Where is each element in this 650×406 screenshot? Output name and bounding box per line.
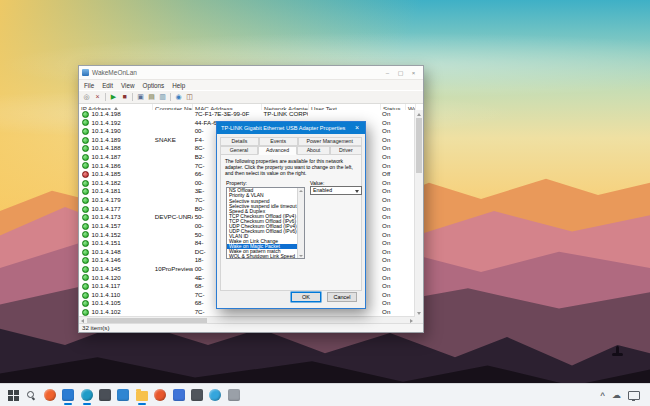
ip-cell: 10.1.4.182 [79, 179, 153, 188]
menu-view[interactable]: View [117, 82, 139, 89]
adapter-properties-dialog: TP-LINK Gigabit Ethernet USB Adapter Pro… [216, 121, 366, 309]
dialog-close-icon[interactable]: × [349, 122, 365, 134]
edge-icon[interactable] [81, 389, 93, 401]
wake-up-button[interactable]: ◎ [81, 92, 92, 102]
status-cell: On [380, 265, 405, 274]
device-status-icon [82, 180, 89, 187]
vertical-scrollbar[interactable] [414, 110, 423, 317]
device-status-icon [82, 257, 89, 264]
start-button[interactable] [7, 389, 19, 401]
status-cell: On [380, 127, 405, 136]
ip-cell: 10.1.4.145 [79, 265, 153, 274]
chat-app-icon[interactable] [99, 389, 111, 401]
camera-app-icon[interactable] [191, 389, 203, 401]
menu-bar: FileEditViewOptionsHelp [79, 80, 423, 90]
computer-name-cell [153, 291, 193, 300]
exit-button[interactable]: ◫ [184, 92, 195, 102]
listbox-scroll-down-icon[interactable] [299, 255, 303, 257]
tab-driver[interactable]: Driver [330, 146, 362, 155]
close-button[interactable]: × [407, 67, 420, 79]
menu-edit[interactable]: Edit [98, 82, 117, 89]
stop-scan-button[interactable]: ■ [119, 92, 130, 102]
dialog-title: TP-LINK Gigabit Ethernet USB Adapter Pro… [221, 125, 345, 131]
properties-button[interactable]: ▥ [157, 92, 168, 102]
tab-strip: DetailsEventsPower Management GeneralAdv… [220, 137, 362, 155]
computer-name-cell [153, 170, 193, 179]
search-icon [27, 391, 34, 398]
computer-name-cell [153, 282, 193, 291]
firefox-icon[interactable] [44, 389, 56, 401]
save-button[interactable]: ▣ [135, 92, 146, 102]
paint3d-icon[interactable] [228, 389, 240, 401]
menu-options[interactable]: Options [139, 82, 169, 89]
device-row[interactable]: 10.1.4.1987C-F1-7E-3E-99-0FTP-LINK CORPO… [79, 110, 415, 119]
status-cell: On [380, 282, 405, 291]
tab-general[interactable]: General [220, 146, 258, 155]
copy-button[interactable]: ▤ [146, 92, 157, 102]
status-cell: On [380, 213, 405, 222]
vertical-scroll-thumb[interactable] [416, 118, 422, 173]
vscode-icon[interactable] [117, 389, 129, 401]
photos-app-icon[interactable] [173, 389, 185, 401]
ip-cell: 10.1.4.110 [79, 291, 153, 300]
tab-power-management[interactable]: Power Management [298, 137, 362, 146]
device-status-icon [82, 119, 89, 126]
device-status-icon [82, 128, 89, 135]
status-cell: On [380, 291, 405, 300]
ip-cell: 10.1.4.157 [79, 222, 153, 231]
tab-events[interactable]: Events [259, 137, 298, 146]
scroll-up-arrow-icon[interactable] [417, 113, 421, 116]
options-button[interactable]: ◉ [173, 92, 184, 102]
computer-name-cell [153, 179, 193, 188]
tab-details[interactable]: Details [220, 137, 259, 146]
ip-cell: 10.1.4.148 [79, 248, 153, 257]
status-cell: On [380, 196, 405, 205]
property-listbox: NS OffloadPriority & VLANSelective suspe… [226, 187, 305, 259]
file-explorer-icon[interactable] [136, 391, 148, 401]
search-button[interactable] [26, 389, 38, 401]
device-status-icon [82, 309, 89, 316]
status-cell: Off [380, 170, 405, 179]
onedrive-cloud-icon[interactable]: ☁ [612, 390, 621, 400]
computer-name-cell [153, 239, 193, 248]
maximize-button[interactable]: ▢ [394, 67, 407, 79]
start-scan-button[interactable]: ▶ [108, 92, 119, 102]
computer-name-cell: DEVPC-UNRAID [153, 213, 193, 222]
value-dropdown-text: Enabled [311, 187, 361, 195]
chevron-up-icon[interactable]: ^ [600, 391, 605, 401]
mail-icon[interactable] [62, 389, 74, 401]
listbox-scroll-up-icon[interactable] [299, 190, 303, 192]
brave-icon[interactable] [154, 389, 166, 401]
ip-cell: 10.1.4.105 [79, 299, 153, 308]
tab-row-2: GeneralAdvancedAboutDriver [220, 146, 362, 155]
status-cell: On [380, 110, 405, 119]
tab-about[interactable]: About [297, 146, 329, 155]
device-status-icon [82, 162, 89, 169]
menu-file[interactable]: File [80, 82, 98, 89]
device-status-icon [82, 154, 89, 161]
window-titlebar[interactable]: WakeMeOnLan – ▢ × [79, 66, 423, 80]
tab-advanced[interactable]: Advanced [258, 146, 298, 155]
ok-button[interactable]: OK [291, 292, 321, 302]
property-item-wol-shutdown-link-speed[interactable]: WOL & Shutdown Link Speed [227, 254, 304, 259]
cancel-button[interactable]: Cancel [327, 292, 357, 302]
status-cell: On [380, 205, 405, 214]
listbox-scrollbar[interactable] [297, 188, 304, 258]
device-status-icon [82, 231, 89, 238]
skype-icon[interactable] [209, 389, 221, 401]
system-tray: ^ ☁ [600, 390, 650, 400]
status-cell: On [380, 119, 405, 128]
dialog-titlebar[interactable]: TP-LINK Gigabit Ethernet USB Adapter Pro… [217, 122, 365, 134]
delete-button[interactable]: × [92, 92, 103, 102]
status-cell: On [380, 256, 405, 265]
minimize-button[interactable]: – [381, 67, 394, 79]
taskbar: ^ ☁ [0, 383, 650, 406]
display-icon[interactable] [628, 391, 640, 400]
scroll-right-arrow-icon[interactable] [410, 319, 413, 323]
status-cell: On [380, 187, 405, 196]
value-dropdown[interactable]: Enabled [310, 186, 362, 195]
toolbar-separator [170, 93, 171, 101]
scroll-left-arrow-icon[interactable] [81, 319, 84, 323]
scroll-down-arrow-icon[interactable] [417, 312, 421, 315]
menu-help[interactable]: Help [168, 82, 189, 89]
